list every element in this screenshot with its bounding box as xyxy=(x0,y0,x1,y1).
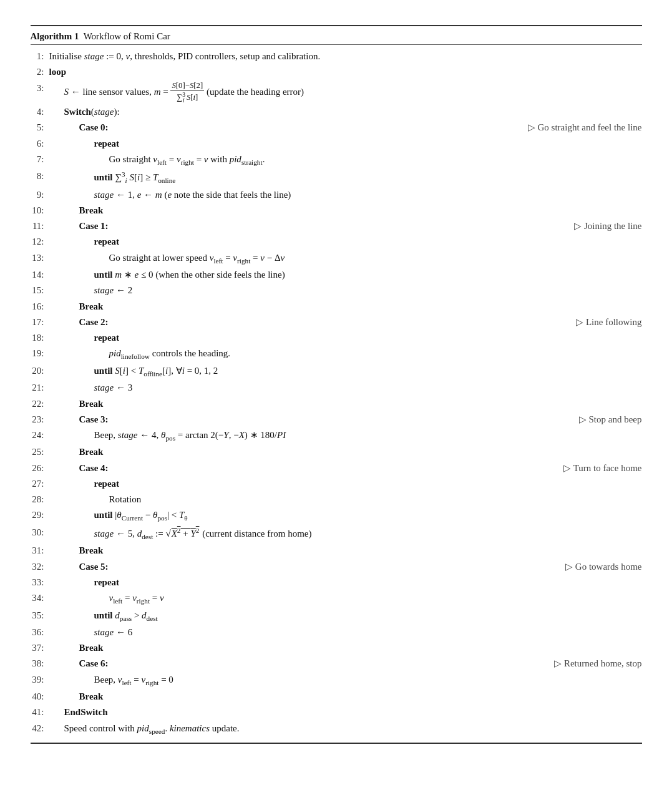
line-23: 23: Case 3: ▷ Stop and beep xyxy=(31,412,642,427)
line-3: 3: S ← line sensor values, m = S[0]−S[2]… xyxy=(31,80,642,105)
line-32: 32: Case 5: ▷ Go towards home xyxy=(31,559,642,575)
algorithm-lines: 1: Initialise stage := 0, v, thresholds,… xyxy=(31,49,642,738)
line-38: 38: Case 6: ▷ Returned home, stop xyxy=(31,656,642,671)
algorithm-header: Algorithm 1 Workflow of Romi Car xyxy=(31,31,642,45)
line-2: 2: loop xyxy=(31,64,642,80)
line-27: 27: repeat xyxy=(31,476,642,492)
line-15: 15: stage ← 2 xyxy=(31,283,642,298)
line-34: 34: vleft = vright = v xyxy=(31,590,642,607)
line-29: 29: until |θCurrent − θpos| < Tθ xyxy=(31,507,642,524)
line-14: 14: until m ∗ e ≤ 0 (when the other side… xyxy=(31,267,642,283)
line-24: 24: Beep, stage ← 4, θpos = arctan 2(−Y,… xyxy=(31,427,642,444)
line-16: 16: Break xyxy=(31,299,642,315)
line-18: 18: repeat xyxy=(31,330,642,346)
line-1: 1: Initialise stage := 0, v, thresholds,… xyxy=(31,49,642,64)
line-41: 41: EndSwitch xyxy=(31,705,642,720)
line-40: 40: Break xyxy=(31,689,642,705)
line-19: 19: pidlinefollow controls the heading. xyxy=(31,346,642,363)
algorithm-title: Algorithm 1 xyxy=(31,31,79,41)
line-39: 39: Beep, vleft = vright = 0 xyxy=(31,672,642,689)
line-33: 33: repeat xyxy=(31,575,642,590)
line-36: 36: stage ← 6 xyxy=(31,625,642,640)
line-8: 8: until ∑3i S[i] ≥ Tonline xyxy=(31,168,642,187)
line-11: 11: Case 1: ▷ Joining the line xyxy=(31,218,642,234)
line-25: 25: Break xyxy=(31,444,642,460)
line-28: 28: Rotation xyxy=(31,492,642,507)
line-6: 6: repeat xyxy=(31,136,642,152)
line-30: 30: stage ← 5, ddest := √X2 + Y2 (curren… xyxy=(31,525,642,543)
line-42: 42: Speed control with pidspeed. kinemat… xyxy=(31,721,642,738)
line-9: 9: stage ← 1, e ← m (e note the side tha… xyxy=(31,187,642,203)
algorithm-name: Workflow of Romi Car xyxy=(81,31,170,41)
line-13: 13: Go straight at lower speed vleft = v… xyxy=(31,250,642,267)
line-17: 17: Case 2: ▷ Line following xyxy=(31,315,642,330)
algorithm-box: Algorithm 1 Workflow of Romi Car 1: Init… xyxy=(31,25,642,744)
line-21: 21: stage ← 3 xyxy=(31,380,642,396)
line-37: 37: Break xyxy=(31,640,642,656)
line-22: 22: Break xyxy=(31,396,642,412)
line-5: 5: Case 0: ▷ Go straight and feel the li… xyxy=(31,120,642,135)
line-4: 4: Switch(stage): xyxy=(31,104,642,120)
line-7: 7: Go straight vleft = vright = v with p… xyxy=(31,152,642,168)
line-31: 31: Break xyxy=(31,543,642,558)
line-10: 10: Break xyxy=(31,203,642,218)
line-26: 26: Case 4: ▷ Turn to face home xyxy=(31,461,642,476)
line-35: 35: until dpass > ddest xyxy=(31,608,642,625)
line-12: 12: repeat xyxy=(31,234,642,250)
line-20: 20: until S[i] < Toffline[i], ∀i = 0, 1,… xyxy=(31,363,642,380)
